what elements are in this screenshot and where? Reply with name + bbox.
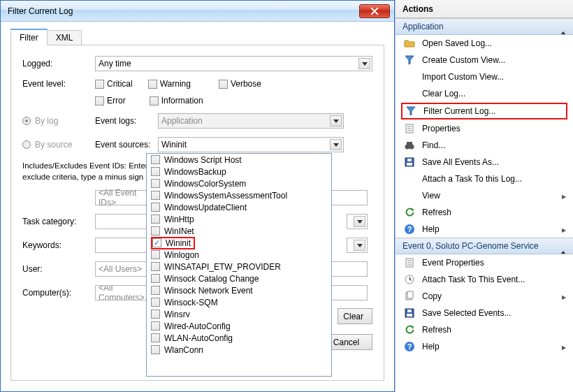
actions-section-application-label: Application (402, 22, 444, 31)
action-item[interactable]: Event Properties (396, 254, 573, 271)
dropdown-item[interactable]: Windows Script Host (147, 154, 331, 166)
checkbox-icon (151, 203, 160, 212)
svg-rect-8 (407, 163, 412, 166)
dropdown-item-label: Winsrv (164, 310, 190, 319)
collapse-icon (560, 22, 566, 31)
highlighted-item: Wininit (151, 237, 195, 249)
bylog-radio: By log (22, 116, 95, 126)
actions-section-application[interactable]: Application (396, 18, 573, 35)
clear-button-label: Clear (343, 312, 363, 321)
taskcategory-label: Task category: (22, 217, 95, 226)
checkbox-icon (151, 179, 160, 188)
action-item[interactable]: Filter Current Log... (401, 103, 567, 119)
checkbox-icon (151, 250, 160, 259)
action-item[interactable]: ?Help (396, 221, 573, 238)
eventids-input-2[interactable] (326, 190, 368, 205)
tab-filter[interactable]: Filter (10, 29, 48, 45)
dropdown-scroll[interactable]: Windows Script HostWindowsBackupWindowsC… (147, 154, 331, 376)
keywords-combo-arrow[interactable] (347, 238, 368, 253)
dropdown-item[interactable]: Wininit (147, 237, 331, 249)
computer-input-2[interactable] (326, 285, 368, 300)
action-item[interactable]: Find... (396, 137, 573, 154)
action-item[interactable]: Clear Log... (396, 85, 573, 102)
tabs: Filter XML (10, 30, 384, 45)
dropdown-item-label: WlanConn (164, 345, 203, 355)
checkbox-icon (151, 262, 160, 271)
dialog-titlebar: Filter Current Log (1, 1, 394, 22)
checkbox-icon (151, 310, 160, 319)
action-item[interactable]: Refresh (396, 321, 573, 338)
actions-list-application: Open Saved Log...Create Custom View...Im… (396, 35, 573, 238)
dropdown-item[interactable]: Winlogon (147, 249, 331, 261)
action-item[interactable]: Attach a Task To this Log... (396, 170, 573, 187)
level-warning[interactable]: Warning (148, 79, 191, 89)
dropdown-item[interactable]: WindowsBackup (147, 166, 331, 177)
user-input-2[interactable] (326, 261, 368, 277)
dropdown-item[interactable]: Wired-AutoConfig (147, 320, 331, 332)
tab-xml[interactable]: XML (47, 30, 82, 45)
chevron-right-icon (562, 224, 566, 234)
level-critical[interactable]: Critical (95, 79, 133, 89)
level-information[interactable]: Information (150, 96, 203, 106)
actions-pane: Actions Application Open Saved Log...Cre… (395, 0, 573, 392)
checkbox-icon (95, 80, 104, 89)
checkbox-icon (150, 96, 159, 106)
clear-button[interactable]: Clear (338, 308, 372, 324)
funnel-icon (404, 55, 415, 66)
action-item[interactable]: Save Selected Events... (396, 305, 573, 321)
dropdown-item[interactable]: WINSATAPI_ETW_PROVIDER (147, 261, 331, 273)
action-item[interactable]: Open Saved Log... (396, 35, 573, 52)
action-item[interactable]: View (396, 187, 573, 204)
level-critical-label: Critical (107, 79, 133, 89)
disk-icon (404, 307, 415, 319)
dropdown-item[interactable]: Winsock-SQM (147, 296, 331, 308)
dropdown-item[interactable]: WinHttp (147, 213, 331, 225)
level-verbose[interactable]: Verbose (219, 79, 261, 89)
eventsources-value: Wininit (161, 140, 187, 150)
logged-value: Any time (99, 59, 131, 68)
action-item[interactable]: Refresh (396, 204, 573, 221)
dropdown-item-label: WindowsBackup (164, 167, 226, 177)
cancel-button-label: Cancel (333, 337, 359, 347)
level-error[interactable]: Error (95, 96, 126, 106)
action-item[interactable]: Create Custom View... (396, 52, 573, 68)
action-item-label: Refresh (422, 208, 451, 217)
level-error-label: Error (107, 96, 126, 106)
checkbox-icon (95, 96, 104, 106)
action-item[interactable]: Save All Events As... (396, 154, 573, 170)
dropdown-item[interactable]: WindowsColorSystem (147, 177, 331, 189)
eventlogs-value: Application (161, 116, 203, 126)
logged-combo[interactable]: Any time (95, 56, 372, 71)
action-item[interactable]: ?Help (396, 338, 573, 355)
dropdown-item[interactable]: WindowsSystemAssessmentTool (147, 189, 331, 201)
action-item[interactable]: Attach Task To This Event... (396, 271, 573, 288)
computer-label: Computer(s): (22, 288, 95, 298)
eventsources-combo[interactable]: Wininit (158, 137, 344, 152)
action-item[interactable]: Properties (396, 120, 573, 137)
bysource-label: By source (35, 140, 72, 150)
dropdown-item[interactable]: WLAN-AutoConfig (147, 332, 331, 344)
eventsources-dropdown[interactable]: Windows Script HostWindowsBackupWindowsC… (146, 153, 332, 377)
dropdown-item[interactable]: WindowsUpdateClient (147, 201, 331, 213)
dropdown-item[interactable]: Winsrv (147, 308, 331, 320)
checkbox-icon (151, 298, 160, 307)
action-item[interactable]: Import Custom View... (396, 68, 573, 85)
close-button[interactable] (359, 4, 390, 18)
help-icon: ? (404, 341, 415, 352)
dropdown-item[interactable]: WlanConn (147, 344, 331, 356)
dropdown-item[interactable]: WinINet (147, 225, 331, 237)
logged-label: Logged: (22, 59, 95, 68)
dropdown-item-label: WindowsColorSystem (164, 179, 246, 189)
action-item-label: Import Custom View... (422, 72, 504, 82)
sheet-icon (404, 123, 415, 134)
dropdown-item-label: WLAN-AutoConfig (164, 333, 233, 343)
eventlogs-label: Event logs: (95, 116, 158, 126)
actions-section-event[interactable]: Event 0, Soluto PC-Genome Service (396, 238, 573, 254)
taskcategory-combo-arrow[interactable] (347, 214, 368, 229)
dropdown-item[interactable]: Winsock Catalog Change (147, 273, 331, 284)
dropdown-item[interactable]: Winsock Network Event (147, 284, 331, 296)
action-item[interactable]: Copy (396, 288, 573, 305)
action-item-label: Help (422, 342, 440, 351)
blank-icon (404, 190, 415, 201)
blank-icon (404, 173, 415, 184)
